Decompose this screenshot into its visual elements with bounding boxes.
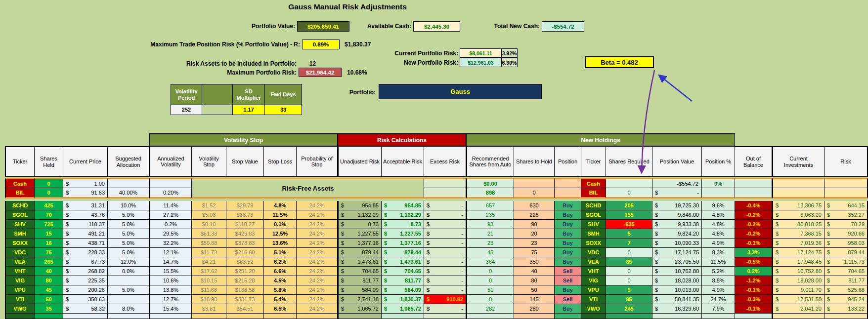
cell-pv-VHT[interactable]: $10,752.80 (652, 267, 702, 276)
cell-rk-VWO[interactable]: $133.22 (825, 304, 868, 314)
cell-pp-VIG[interactable]: 8.8% (702, 276, 735, 285)
cell-hold-SHV[interactable]: 90 (514, 220, 555, 229)
cell-t2-VWO[interactable]: VWO (581, 304, 606, 314)
cell-sh-SOXX[interactable]: 16 (35, 239, 63, 248)
cell-rec-SOXX[interactable]: 23 (466, 239, 514, 248)
cell-t2-SMH[interactable]: SMH (581, 229, 606, 239)
cell-av-SOXX[interactable]: 32.2% (149, 239, 192, 248)
portfolio-name-cell[interactable]: Gauss (379, 84, 542, 99)
cell-rec-SGOL[interactable]: 235 (466, 210, 514, 220)
cell-ob-VIG[interactable]: -1.2% (735, 276, 772, 285)
cell-av-Cash[interactable] (149, 178, 192, 188)
cell-t-SHV[interactable]: SHV (5, 220, 35, 229)
cell-ob-VDC[interactable]: 3.3% (735, 248, 772, 257)
cell-rec-Cash[interactable]: $0.00 (466, 178, 514, 188)
cell-sv-VHT[interactable]: $251.20 (226, 267, 264, 276)
cell-ob-SGOL[interactable]: -0.2% (735, 210, 772, 220)
cell-ar-SHV[interactable]: $8.73 (382, 220, 424, 229)
cell-t-VEA[interactable]: VEA (5, 257, 35, 267)
cell-av-VWO[interactable]: 15.4% (149, 304, 192, 314)
cell-pos-SCHD[interactable]: Buy (555, 201, 581, 210)
cell-rk-VPU[interactable]: $525.68 (825, 285, 868, 295)
cell-pv-SCHD[interactable]: $19,725.30 (652, 201, 702, 210)
cell-ob-SCHD[interactable]: -0.4% (735, 201, 772, 210)
cell-pr-VPU[interactable]: $200.26 (63, 285, 108, 295)
cell-al-SHV[interactable]: 5.0% (108, 220, 149, 229)
cell-hold-VHT[interactable]: 40 (514, 267, 555, 276)
total-new-cash-cell[interactable]: -$554.72 (542, 21, 584, 32)
cell-sh-VTI[interactable]: 50 (35, 295, 63, 304)
cell-sv-VWO[interactable]: $54.51 (226, 304, 264, 314)
cell-sh-SGOL[interactable]: 70 (35, 210, 63, 220)
cell-pp-Cash[interactable]: 0% (702, 178, 735, 188)
cell-rec-VHT[interactable]: 0 (466, 267, 514, 276)
cell-pb-VPU[interactable]: 24.2% (297, 285, 338, 295)
cell-ob-SMH[interactable]: -0.2% (735, 229, 772, 239)
cell-req-VEA[interactable]: 85 (606, 257, 652, 267)
cell-sl-SCHD[interactable]: 4.8% (264, 201, 297, 210)
cell-av-BIL[interactable]: 0.20% (149, 188, 192, 199)
cell-rec-VIG[interactable]: 0 (466, 276, 514, 285)
cell-sv-SMH[interactable]: $429.83 (226, 229, 264, 239)
cell-al-VEA[interactable]: 12.0% (108, 257, 149, 267)
cell-sv-VPU[interactable]: $188.58 (226, 285, 264, 295)
cell-req-SCHD[interactable]: 205 (606, 201, 652, 210)
cell-req-VIG[interactable]: 0 (606, 276, 652, 285)
cell-pr-VIG[interactable]: $225.35 (63, 276, 108, 285)
cell-pp-SOXX[interactable]: 4.9% (702, 239, 735, 248)
cell-ur-SOXX[interactable]: $1,377.16 (338, 239, 382, 248)
cell-ci-VWO[interactable]: $2,041.20 (772, 304, 825, 314)
cell-av-SMH[interactable]: 29.5% (149, 229, 192, 239)
cell-vs-VIG[interactable]: $10.15 (192, 276, 226, 285)
cell-ob-SHV[interactable]: -0.2% (735, 220, 772, 229)
cell-al-VPU[interactable]: 5.0% (108, 285, 149, 295)
cell-sv-VTI[interactable]: $331.73 (226, 295, 264, 304)
cell-t-VIG[interactable]: VIG (5, 276, 35, 285)
cell-pp-SCHD[interactable]: 9.6% (702, 201, 735, 210)
cell-rec-VDC[interactable]: 45 (466, 248, 514, 257)
cell-t2-VHT[interactable]: VHT (581, 267, 606, 276)
cell-pr-BIL[interactable]: $91.63 (63, 188, 108, 199)
cell-er-VHT[interactable]: $- (424, 267, 466, 276)
cell-hold-VTI[interactable]: 145 (514, 295, 555, 304)
cell-req-SHV[interactable]: -635 (606, 220, 652, 229)
cell-pr-SOXX[interactable]: $438.71 (63, 239, 108, 248)
cell-ur-VWO[interactable]: $1,065.72 (338, 304, 382, 314)
cell-av-VTI[interactable]: 12.7% (149, 295, 192, 304)
cell-av-VDC[interactable]: 12.1% (149, 248, 192, 257)
cell-t-SCHD[interactable]: SCHD (5, 201, 35, 210)
cell-ur-VPU[interactable]: $584.09 (338, 285, 382, 295)
cell-vs-SMH[interactable]: $61.38 (192, 229, 226, 239)
cell-t-VDC[interactable]: VDC (5, 248, 35, 257)
beta-cell[interactable]: Beta = 0.482 (585, 56, 654, 68)
cell-av-SHV[interactable]: 0.2% (149, 220, 192, 229)
cell-ar-VPU[interactable]: $584.09 (382, 285, 424, 295)
cell-pb-VHT[interactable]: 24.2% (297, 267, 338, 276)
cell-vs-VHT[interactable]: $17.62 (192, 267, 226, 276)
cell-av-SCHD[interactable]: 11.4% (149, 201, 192, 210)
cell-req-Cash[interactable] (606, 178, 652, 188)
cell-sv-VEA[interactable]: $63.52 (226, 257, 264, 267)
cell-pos-VWO[interactable]: Buy (555, 304, 581, 314)
cell-ur-SMH[interactable]: $1,227.55 (338, 229, 382, 239)
cell-pos-VPU[interactable]: Buy (555, 285, 581, 295)
cell-t-VTI[interactable]: VTI (5, 295, 35, 304)
cell-vs-VEA[interactable]: $4.21 (192, 257, 226, 267)
cell-sh-VWO[interactable]: 35 (35, 304, 63, 314)
cell-er-VIG[interactable]: $- (424, 276, 466, 285)
cell-t2-VTI[interactable]: VTI (581, 295, 606, 304)
cell-ar-SCHD[interactable]: $954.85 (382, 201, 424, 210)
cell-t2-VEA[interactable]: VEA (581, 257, 606, 267)
cell-er-BIL[interactable] (424, 188, 466, 199)
cell-av-VHT[interactable]: 15.5% (149, 267, 192, 276)
cell-rk-SGOL[interactable]: $352.27 (825, 210, 868, 220)
cell-ci-VIG[interactable]: $18,028.00 (772, 276, 825, 285)
cell-pb-SCHD[interactable]: 24.2% (297, 201, 338, 210)
cell-pr-VEA[interactable]: $67.73 (63, 257, 108, 267)
cell-ci-SCHD[interactable]: $13,306.75 (772, 201, 825, 210)
cell-pv-VDC[interactable]: $17,124.75 (652, 248, 702, 257)
cell-ar-VWO[interactable]: $1,065.72 (382, 304, 424, 314)
cell-rec-VWO[interactable]: 282 (466, 304, 514, 314)
cell-rk-VTI[interactable]: $945.24 (825, 295, 868, 304)
cell-pos-SOXX[interactable]: Buy (555, 239, 581, 248)
